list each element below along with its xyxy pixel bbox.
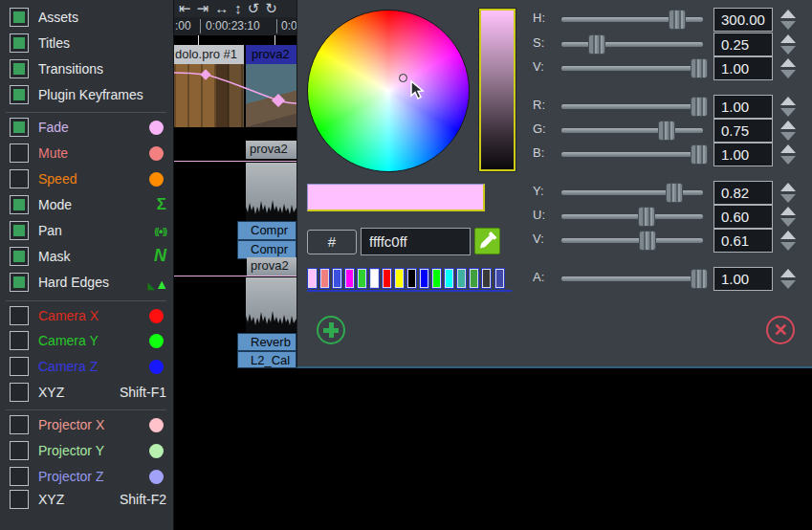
hard-edges-checkbox[interactable] xyxy=(10,273,29,292)
spin-down-icon[interactable] xyxy=(780,280,796,289)
redo-icon[interactable]: ↻ xyxy=(265,0,277,16)
menu-item-transitions[interactable]: Transitions xyxy=(0,58,174,81)
fade-checkbox[interactable] xyxy=(10,118,29,137)
spin-up-icon[interactable] xyxy=(780,58,796,67)
plugin-keyframes-checkbox[interactable] xyxy=(10,85,29,104)
v-value[interactable]: 0.61 xyxy=(713,229,773,253)
spin-down-icon[interactable] xyxy=(780,194,796,203)
hue-slider[interactable] xyxy=(560,16,704,23)
v-slider[interactable] xyxy=(560,237,704,244)
hue-value[interactable]: 300.00 xyxy=(713,8,773,32)
u-spinner[interactable] xyxy=(779,206,797,228)
spin-down-icon[interactable] xyxy=(780,218,796,227)
audio-waveform-area[interactable] xyxy=(246,163,296,221)
blue-spinner[interactable] xyxy=(779,144,797,166)
menu-item-camera-x[interactable]: Camera X xyxy=(0,305,174,328)
camera-x-checkbox[interactable] xyxy=(10,306,29,325)
v-spinner[interactable] xyxy=(779,230,797,252)
menu-item-speed[interactable]: Speed xyxy=(0,168,174,191)
audio-waveform-area[interactable] xyxy=(246,277,296,332)
menu-item-pan[interactable]: Pan ((●)) xyxy=(0,220,174,243)
spin-down-icon[interactable] xyxy=(780,156,796,165)
titles-checkbox[interactable] xyxy=(10,33,29,53)
spin-down-icon[interactable] xyxy=(780,108,796,117)
mute-checkbox[interactable] xyxy=(10,144,29,163)
u-slider-handle[interactable] xyxy=(638,207,655,227)
audio-clip-title[interactable]: prova2 xyxy=(247,257,296,276)
fit-selection-icon[interactable]: ↔ xyxy=(214,0,229,16)
spin-up-icon[interactable] xyxy=(780,207,796,215)
menu-item-mask[interactable]: Mask N xyxy=(0,246,174,269)
alpha-value[interactable]: 1.00 xyxy=(713,267,773,291)
speed-checkbox[interactable] xyxy=(10,169,29,188)
ok-button[interactable] xyxy=(317,316,345,344)
camera-y-checkbox[interactable] xyxy=(10,331,29,350)
alpha-spinner[interactable] xyxy=(779,268,797,290)
luma-spinner[interactable] xyxy=(779,182,797,204)
plugin-bar[interactable]: L2_Cal xyxy=(237,351,296,368)
green-slider[interactable] xyxy=(560,127,704,134)
menu-item-mute[interactable]: Mute xyxy=(0,143,174,166)
spin-down-icon[interactable] xyxy=(780,70,796,78)
next-edit-icon[interactable]: ⇥ xyxy=(197,0,209,16)
fade-curve[interactable] xyxy=(174,45,296,131)
red-spinner[interactable] xyxy=(779,96,797,118)
mask-checkbox[interactable] xyxy=(10,247,29,266)
red-value[interactable]: 1.00 xyxy=(713,95,773,119)
u-slider[interactable] xyxy=(560,213,704,220)
spin-down-icon[interactable] xyxy=(780,242,796,251)
value-slider[interactable] xyxy=(560,65,704,72)
value-spinner[interactable] xyxy=(779,57,797,79)
projector-y-checkbox[interactable] xyxy=(10,441,29,460)
fade-keyframe[interactable] xyxy=(200,69,210,79)
red-slider-handle[interactable] xyxy=(691,97,708,117)
fit-autos-icon[interactable]: ↕ xyxy=(234,0,242,16)
blue-slider-handle[interactable] xyxy=(691,144,708,165)
projector-xyz-checkbox[interactable] xyxy=(10,490,29,509)
blue-slider[interactable] xyxy=(560,151,704,158)
spin-down-icon[interactable] xyxy=(780,46,796,55)
luma-slider[interactable] xyxy=(560,189,704,196)
camera-xyz-checkbox[interactable] xyxy=(10,383,29,402)
transitions-checkbox[interactable] xyxy=(10,59,29,78)
value-slider-handle[interactable] xyxy=(691,58,708,78)
timebar[interactable]: :00 0:00:23:10 0:0 xyxy=(174,17,296,35)
pan-checkbox[interactable] xyxy=(10,221,29,240)
u-value[interactable]: 0.60 xyxy=(713,205,773,229)
menu-item-hard-edges[interactable]: Hard Edges ◣▲ xyxy=(0,272,174,295)
plugin-bar[interactable]: Reverb xyxy=(237,333,296,351)
hue-slider-handle[interactable] xyxy=(669,10,686,30)
spin-down-icon[interactable] xyxy=(780,132,796,141)
menu-item-plugin-keyframes[interactable]: Plugin Keyframes xyxy=(0,84,174,107)
menu-item-titles[interactable]: Titles xyxy=(0,33,174,55)
camera-z-checkbox[interactable] xyxy=(10,357,29,376)
luma-slider-handle[interactable] xyxy=(666,183,683,203)
assets-checkbox[interactable] xyxy=(10,8,29,27)
spin-up-icon[interactable] xyxy=(780,183,796,191)
cancel-button[interactable]: ✕ xyxy=(766,316,795,344)
menu-item-mode[interactable]: Mode Σ xyxy=(0,194,174,217)
hue-spinner[interactable] xyxy=(779,9,797,31)
red-slider[interactable] xyxy=(560,103,704,110)
menu-item-projector-z[interactable]: Projector Z xyxy=(0,466,174,489)
fade-keyframe[interactable] xyxy=(272,94,285,107)
blue-value[interactable]: 1.00 xyxy=(713,143,773,166)
saturation-slider[interactable] xyxy=(560,41,704,48)
spin-up-icon[interactable] xyxy=(780,97,796,105)
green-value[interactable]: 0.75 xyxy=(713,119,773,143)
plugin-bar[interactable]: Compr xyxy=(237,221,296,240)
menu-item-projector-y[interactable]: Projector Y xyxy=(0,440,174,463)
projector-z-checkbox[interactable] xyxy=(10,467,29,486)
menu-item-assets[interactable]: Assets xyxy=(0,7,174,30)
mode-checkbox[interactable] xyxy=(10,195,29,214)
menu-item-fade[interactable]: Fade xyxy=(0,117,174,140)
prev-edit-icon[interactable]: ⇤ xyxy=(179,0,191,16)
spin-up-icon[interactable] xyxy=(780,10,796,18)
spin-up-icon[interactable] xyxy=(780,144,796,153)
plugin-bar[interactable]: Compr xyxy=(237,240,296,259)
saturation-value[interactable]: 0.25 xyxy=(713,33,773,56)
menu-item-camera-xyz[interactable]: XYZ Shift-F1 xyxy=(0,382,174,405)
undo-icon[interactable]: ↺ xyxy=(248,0,260,16)
spin-up-icon[interactable] xyxy=(780,121,796,129)
menu-item-projector-x[interactable]: Projector X xyxy=(0,414,174,437)
